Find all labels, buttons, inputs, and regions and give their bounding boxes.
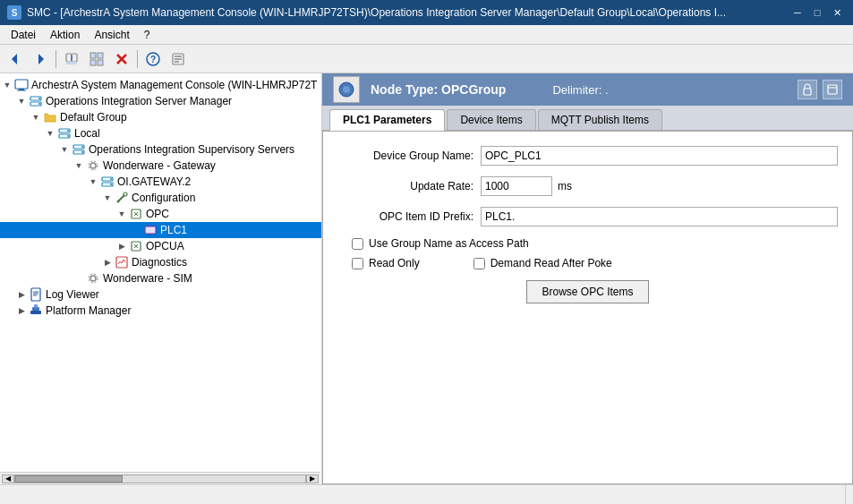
tree-item-logviewer[interactable]: ▶Log Viewer: [0, 286, 321, 303]
demandread-group: Demand Read After Poke: [473, 257, 612, 269]
expander-opc[interactable]: ▼: [115, 207, 129, 221]
tab-mqttpublish[interactable]: MQTT Publish Items: [538, 109, 662, 130]
tree-label-oigateway2: OI.GATEWAY.2: [117, 175, 191, 188]
toolbar: ?: [0, 45, 853, 73]
delete-button[interactable]: [110, 48, 133, 70]
device-group-input[interactable]: [481, 146, 838, 166]
tree-label-oismanager: Operations Integration Server Manager: [46, 95, 232, 107]
menu-bar: Datei Aktion Ansicht ?: [0, 25, 853, 45]
tab-deviceitems[interactable]: Device Items: [447, 109, 535, 130]
tree-item-oismanager[interactable]: ▼Operations Integration Server Manager: [0, 93, 321, 109]
use-group-checkbox-label[interactable]: Use Group Name as Access Path: [369, 237, 529, 250]
menu-aktion[interactable]: Aktion: [43, 27, 87, 43]
expander-configuration[interactable]: ▼: [100, 191, 115, 205]
view-button[interactable]: [85, 48, 108, 70]
checkbox-row-use-group: Use Group Name as Access Path: [337, 237, 838, 250]
expand-icon-btn[interactable]: [823, 80, 842, 99]
tab-plc1params[interactable]: PLC1 Parameters: [329, 109, 445, 131]
svg-rect-3: [66, 62, 77, 64]
tree-item-oigateway2[interactable]: ▼OI.GATEWAY.2: [0, 174, 321, 190]
expander-oigateway2[interactable]: ▼: [86, 175, 100, 189]
header-right-controls: [798, 80, 842, 99]
menu-datei[interactable]: Datei: [4, 27, 43, 43]
tree-label-root: ArchestrA System Management Console (WIN…: [31, 79, 317, 91]
expander-sim: [72, 271, 86, 286]
gear-icon: [86, 158, 100, 173]
menu-ansicht[interactable]: Ansicht: [87, 27, 136, 43]
maximize-button[interactable]: □: [808, 4, 826, 21]
expander-diagnostics[interactable]: ▶: [100, 255, 115, 269]
svg-rect-8: [98, 60, 103, 65]
server-icon: [57, 126, 72, 141]
scroll-right[interactable]: ▶: [306, 474, 319, 483]
server-icon: [72, 142, 86, 157]
tree-label-supervisory: Operations Integration Supervisory Serve…: [89, 143, 294, 156]
menu-help[interactable]: ?: [137, 27, 158, 43]
scroll-thumb[interactable]: [15, 475, 123, 483]
tree-item-defaultgroup[interactable]: ▼Default Group: [0, 109, 321, 125]
svg-point-69: [343, 86, 350, 93]
expander-supervisory[interactable]: ▼: [57, 142, 72, 157]
close-button[interactable]: ✕: [828, 4, 846, 21]
server-icon: [100, 175, 115, 189]
toolbar-sep-2: [137, 50, 138, 68]
tree-item-gateway[interactable]: ▼Wonderware - Gateway: [0, 158, 321, 174]
title-bar-left: S SMC - [ArchestrA System Management Con…: [7, 5, 726, 20]
lock-icon-btn[interactable]: [798, 80, 817, 99]
demand-read-label[interactable]: Demand Read After Poke: [490, 257, 612, 269]
tree-label-defaultgroup: Default Group: [60, 111, 127, 124]
readonly-checkbox[interactable]: [352, 258, 363, 269]
update-rate-input[interactable]: [481, 176, 552, 196]
update-rate-label: Update Rate:: [337, 180, 481, 192]
scroll-track[interactable]: [14, 474, 306, 483]
svg-rect-17: [15, 80, 28, 89]
app-icon: S: [7, 5, 21, 20]
tree-item-root[interactable]: ▼ArchestrA System Management Console (WI…: [0, 77, 321, 93]
tree-label-local: Local: [74, 127, 100, 140]
tree-item-diagnostics[interactable]: ▶Diagnostics: [0, 254, 321, 270]
svg-point-21: [38, 98, 40, 99]
scroll-left[interactable]: ◀: [2, 474, 14, 483]
tree-item-sim[interactable]: Wonderware - SIM: [0, 270, 321, 286]
svg-rect-65: [30, 311, 41, 314]
tree-item-configuration[interactable]: ▼Configuration: [0, 190, 321, 206]
use-group-checkbox[interactable]: [352, 238, 363, 250]
properties-button[interactable]: [166, 48, 190, 70]
expander-platformmanager[interactable]: ▶: [14, 303, 29, 318]
tree-scrollbar[interactable]: ◀ ▶: [0, 472, 320, 484]
up-button[interactable]: [60, 48, 83, 70]
svg-point-32: [90, 163, 96, 168]
minimize-button[interactable]: ─: [789, 4, 806, 21]
tree-item-plc1[interactable]: PLC1: [0, 222, 321, 238]
tree-item-opcua[interactable]: ▶OPCUA: [0, 238, 321, 254]
tree-label-sim: Wonderware - SIM: [103, 272, 192, 285]
svg-marker-0: [12, 54, 17, 64]
help-button[interactable]: ?: [141, 48, 165, 70]
opc-prefix-input[interactable]: [481, 207, 838, 226]
expander-local[interactable]: ▼: [43, 126, 57, 141]
expander-gateway[interactable]: ▼: [72, 158, 86, 173]
expander-logviewer[interactable]: ▶: [14, 287, 29, 302]
tree-item-supervisory[interactable]: ▼Operations Integration Supervisory Serv…: [0, 141, 321, 158]
expander-root[interactable]: ▼: [0, 78, 14, 92]
expander-oismanager[interactable]: ▼: [14, 94, 29, 108]
tree-label-opcua: OPCUA: [146, 240, 184, 252]
forward-button[interactable]: [29, 48, 52, 70]
expander-defaultgroup[interactable]: ▼: [29, 110, 43, 124]
tree-item-opc[interactable]: ▼OPC: [0, 206, 321, 222]
svg-rect-61: [31, 288, 40, 301]
browse-opc-button[interactable]: Browse OPC Items: [526, 280, 648, 303]
log-icon: [29, 287, 43, 302]
demand-read-checkbox[interactable]: [473, 258, 485, 269]
tree-label-gateway: Wonderware - Gateway: [103, 159, 216, 172]
svg-rect-70: [804, 89, 811, 95]
main-layout: ▼ArchestrA System Management Console (WI…: [0, 73, 853, 484]
tree-item-platformmanager[interactable]: ▶Platform Manager: [0, 303, 321, 319]
tree-label-opc: OPC: [146, 208, 169, 220]
expander-opcua[interactable]: ▶: [115, 239, 129, 253]
back-button[interactable]: [4, 48, 27, 70]
device-group-label: Device Group Name:: [337, 149, 481, 162]
svg-point-25: [67, 130, 69, 132]
readonly-label[interactable]: Read Only: [369, 257, 420, 269]
tree-item-local[interactable]: ▼Local: [0, 125, 321, 141]
